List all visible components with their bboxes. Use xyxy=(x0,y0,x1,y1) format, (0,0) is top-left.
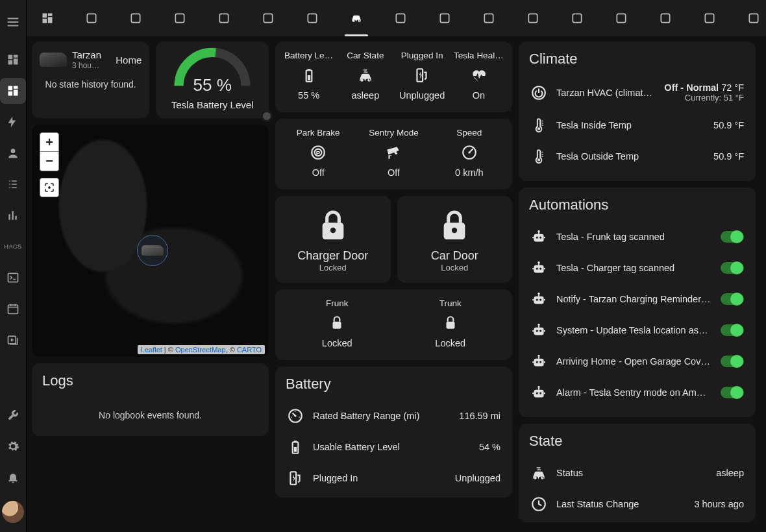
glance-lock[interactable]: Trunk Locked xyxy=(394,296,508,354)
glance-row-1: Battery Le… 55 %Car State asleepPlugged … xyxy=(275,42,512,112)
map-vehicle-marker[interactable] xyxy=(137,235,168,266)
entity-row[interactable]: Tesla Inside Temp 50.9 °F xyxy=(529,110,745,141)
face-icon[interactable] xyxy=(123,5,149,31)
entity-row[interactable]: Rated Battery Range (mi) 116.59 mi xyxy=(286,400,502,431)
p-circle-icon xyxy=(282,141,354,163)
battery-card: Battery Rated Battery Range (mi) 116.59 … xyxy=(275,367,512,498)
hvac-label: Tarzan HVAC (climate)… xyxy=(556,88,655,98)
gauge-knob-icon xyxy=(261,110,273,122)
door-icon[interactable] xyxy=(432,5,458,31)
glance-ev-station[interactable]: Plugged In Unplugged xyxy=(394,48,451,106)
glance-speedometer[interactable]: Speed 0 km/h xyxy=(432,125,507,183)
car-icon[interactable] xyxy=(343,5,369,31)
automation-toggle[interactable] xyxy=(721,262,744,274)
hex-icon[interactable] xyxy=(520,5,546,31)
entity-row[interactable]: Usable Battery Level 54 % xyxy=(286,431,502,463)
climate-hvac-row[interactable]: Tarzan HVAC (climate)… Off - Normal 72 °… xyxy=(529,75,745,110)
monitor-icon[interactable] xyxy=(167,5,193,31)
top-tab-bar xyxy=(27,0,766,36)
hacs-icon[interactable]: HACS xyxy=(0,234,26,260)
glance-battery[interactable]: Battery Le… 55 % xyxy=(280,48,337,106)
lock-card-charger-door[interactable]: Charger Door Locked xyxy=(275,196,391,283)
battery-title: Battery xyxy=(286,376,502,393)
album-icon[interactable] xyxy=(255,5,281,31)
logs-card: Logs No logbook events found. xyxy=(32,363,269,436)
media-icon[interactable] xyxy=(0,327,26,353)
state-card: State Status asleep Last Status Change 3… xyxy=(519,424,756,522)
cctv-icon xyxy=(357,141,430,163)
lock-icon xyxy=(395,312,506,334)
gauge-arc xyxy=(170,44,254,90)
clock-icon xyxy=(530,496,547,513)
vehicle-summary-card[interactable]: Tarzan 3 hou… Home No state history foun… xyxy=(32,42,149,118)
automation-toggle[interactable] xyxy=(721,387,744,398)
vehicle-age: 3 hou… xyxy=(72,61,101,70)
automation-toggle[interactable] xyxy=(721,356,744,367)
globe-icon[interactable] xyxy=(608,5,634,31)
entity-row[interactable]: Status asleep xyxy=(529,457,745,489)
ev-station-icon xyxy=(287,470,304,487)
entity-row[interactable]: Tesla Outside Temp 50.9 °F xyxy=(529,141,745,172)
entity-row[interactable]: Tesla - Charger tag scanned xyxy=(529,252,745,284)
logs-title: Logs xyxy=(42,372,258,389)
dashboard2-icon[interactable] xyxy=(0,78,26,104)
stats-icon[interactable] xyxy=(0,202,26,228)
glance-lock[interactable]: Frunk Locked xyxy=(280,296,394,354)
entity-row[interactable]: Notify - Tarzan Charging Reminder… xyxy=(529,284,745,315)
people-icon[interactable] xyxy=(0,140,26,166)
entity-row[interactable]: Tesla - Frunk tag scanned xyxy=(529,221,745,252)
entity-row[interactable]: System - Update Tesla location as… xyxy=(529,315,745,346)
automation-toggle[interactable] xyxy=(721,231,744,243)
devtools-icon[interactable] xyxy=(0,402,26,428)
speedometer-icon xyxy=(433,141,506,163)
automation-toggle[interactable] xyxy=(721,324,744,336)
view-grid-icon[interactable] xyxy=(34,5,60,31)
vehicle-name: Tarzan xyxy=(72,49,101,61)
wand-icon[interactable] xyxy=(564,5,590,31)
glance-heart[interactable]: Tesla Heal… On xyxy=(451,48,507,106)
car-sleep-icon xyxy=(530,465,547,481)
automation-toggle[interactable] xyxy=(721,293,744,305)
user-avatar[interactable] xyxy=(2,501,24,523)
attrib-leaflet[interactable]: Leaflet xyxy=(141,346,162,354)
home-roof-icon[interactable] xyxy=(79,5,105,31)
webcam-icon[interactable] xyxy=(697,5,723,31)
thermometer-icon xyxy=(530,117,547,134)
i-robot-icon xyxy=(530,353,547,370)
list-icon[interactable] xyxy=(0,171,26,197)
i-robot-icon xyxy=(530,322,547,339)
entity-row[interactable]: Plugged In Unplugged xyxy=(286,463,502,494)
vehicle-location: Home xyxy=(116,54,142,66)
terminal-icon[interactable] xyxy=(0,265,26,291)
shield-icon[interactable] xyxy=(476,5,502,31)
pulse-icon[interactable] xyxy=(211,5,237,31)
attrib-carto[interactable]: CARTO xyxy=(237,346,262,354)
energy-icon[interactable] xyxy=(0,109,26,135)
calendar-icon[interactable] xyxy=(0,296,26,322)
state-title: State xyxy=(529,433,745,450)
battery-gauge-card[interactable]: 55 % Tesla Battery Level xyxy=(156,42,269,118)
dashboard-icon[interactable] xyxy=(0,47,26,73)
notifications-icon[interactable] xyxy=(0,465,26,490)
climate-card: Climate Tarzan HVAC (climate)… Off - Nor… xyxy=(519,42,756,181)
map-zoom-out[interactable]: − xyxy=(40,152,59,171)
entity-row[interactable]: Last Status Change 3 hours ago xyxy=(529,489,745,520)
printer-icon[interactable] xyxy=(652,5,678,31)
lock-card-car-door[interactable]: Car Door Locked xyxy=(397,196,513,283)
car-sleep-icon xyxy=(338,64,392,86)
bell-ring-icon[interactable] xyxy=(299,5,325,31)
mailbox-icon[interactable] xyxy=(388,5,414,31)
menu-icon[interactable] xyxy=(0,9,26,35)
map-zoom-in[interactable]: + xyxy=(40,132,59,152)
glance-p-circle[interactable]: Park Brake Off xyxy=(280,125,356,183)
fridge-icon[interactable] xyxy=(741,5,766,31)
gauge-icon xyxy=(287,407,304,424)
attrib-osm[interactable]: OpenStreetMap xyxy=(175,346,226,354)
settings-icon[interactable] xyxy=(0,433,26,459)
map-card[interactable]: + − Leaflet | © OpenStreetMap, © CARTO xyxy=(32,125,269,357)
map-recenter[interactable] xyxy=(40,178,59,197)
entity-row[interactable]: Arriving Home - Open Garage Cov… xyxy=(529,346,745,377)
glance-cctv[interactable]: Sentry Mode Off xyxy=(356,125,431,183)
entity-row[interactable]: Alarm - Tesla Sentry mode on Am… xyxy=(529,377,745,408)
glance-car-sleep[interactable]: Car State asleep xyxy=(337,48,393,106)
